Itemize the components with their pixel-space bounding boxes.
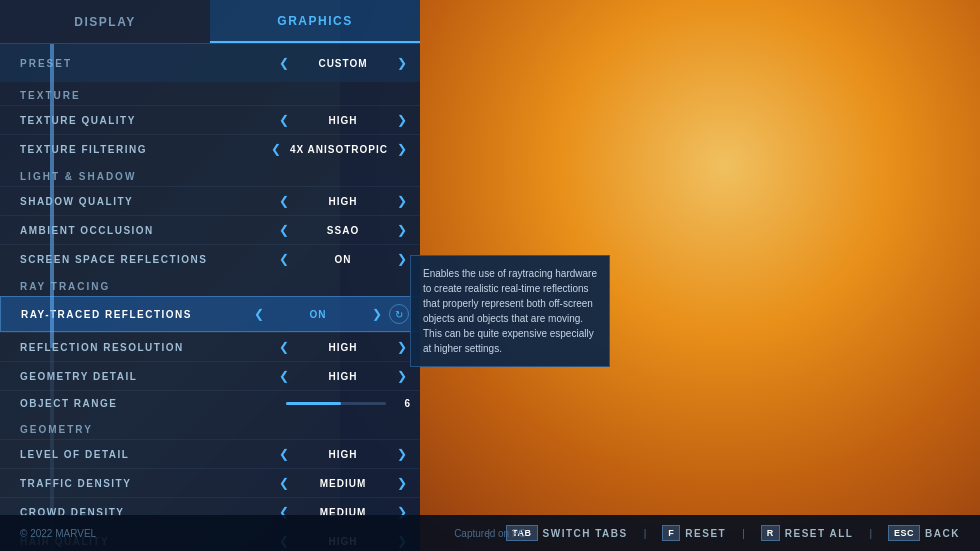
reflection-res-value: HIGH xyxy=(298,342,388,353)
r-key-label: RESET ALL xyxy=(785,528,854,539)
traffic-density-right[interactable]: ❯ xyxy=(394,476,410,490)
reflection-res-control: ❮ HIGH ❯ xyxy=(276,340,410,354)
texture-filtering-value: 4X ANISOTROPIC xyxy=(290,144,388,155)
geometry-detail-control: ❮ HIGH ❯ xyxy=(276,369,410,383)
texture-quality-value: HIGH xyxy=(298,115,388,126)
tab-header: DISPLAY GRAPHICS xyxy=(0,0,420,44)
ambient-occlusion-control: ❮ SSAO ❯ xyxy=(276,223,410,237)
lod-control: ❮ HIGH ❯ xyxy=(276,447,410,461)
texture-quality-right[interactable]: ❯ xyxy=(394,113,410,127)
texture-filtering-control: ❮ 4X ANISOTROPIC ❯ xyxy=(268,142,410,156)
shadow-quality-right[interactable]: ❯ xyxy=(394,194,410,208)
ssr-left[interactable]: ❮ xyxy=(276,252,292,266)
ambient-occlusion-value: SSAO xyxy=(298,225,388,236)
ssr-control: ❮ ON ❯ xyxy=(276,252,410,266)
tab-graphics[interactable]: GRAPHICS xyxy=(210,0,420,43)
f-key-label: RESET xyxy=(685,528,726,539)
setting-level-of-detail: LEVEL OF DETAIL ❮ HIGH ❯ xyxy=(0,439,420,468)
rtr-control: ❮ ON ❯ xyxy=(251,307,385,321)
geometry-detail-left[interactable]: ❮ xyxy=(276,369,292,383)
ssr-right[interactable]: ❯ xyxy=(394,252,410,266)
preset-label: PRESET xyxy=(20,58,276,69)
texture-quality-control: ❮ HIGH ❯ xyxy=(276,113,410,127)
geometry-detail-right[interactable]: ❯ xyxy=(394,369,410,383)
reflection-res-right[interactable]: ❯ xyxy=(394,340,410,354)
object-range-label: OBJECT RANGE xyxy=(20,398,286,409)
geometry-detail-value: HIGH xyxy=(298,371,388,382)
f-key-badge: F xyxy=(662,525,680,541)
preset-row: PRESET ❮ CUSTOM ❯ xyxy=(0,44,420,82)
rtr-refresh-button[interactable]: ↻ xyxy=(389,304,409,324)
tab-key-label: SWITCH TABS xyxy=(543,528,628,539)
setting-traffic-density: TRAFFIC DENSITY ❮ MEDIUM ❯ xyxy=(0,468,420,497)
tab-display[interactable]: DISPLAY xyxy=(0,0,210,43)
setting-texture-filtering: TEXTURE FILTERING ❮ 4X ANISOTROPIC ❯ xyxy=(0,134,420,163)
divider-2: | xyxy=(644,528,647,539)
ambient-occlusion-left[interactable]: ❮ xyxy=(276,223,292,237)
scroll-thumb xyxy=(50,44,54,348)
object-range-slider[interactable] xyxy=(286,402,386,405)
f-shortcut: F RESET xyxy=(662,525,726,541)
preset-value: CUSTOM xyxy=(298,58,388,69)
geometry-detail-label: GEOMETRY DETAIL xyxy=(20,371,276,382)
shadow-quality-control: ❮ HIGH ❯ xyxy=(276,194,410,208)
rtr-value: ON xyxy=(273,309,363,320)
lod-label: LEVEL OF DETAIL xyxy=(20,449,276,460)
lod-value: HIGH xyxy=(298,449,388,460)
tab-graphics-label: GRAPHICS xyxy=(277,14,352,28)
settings-panel: DISPLAY GRAPHICS PRESET ❮ CUSTOM ❯ TEXTU… xyxy=(0,0,420,551)
object-range-value: 6 xyxy=(394,398,410,409)
reflection-res-left[interactable]: ❮ xyxy=(276,340,292,354)
setting-screen-space-reflections: SCREEN SPACE REFLECTIONS ❮ ON ❯ xyxy=(0,244,420,273)
ambient-occlusion-right[interactable]: ❯ xyxy=(394,223,410,237)
lod-right[interactable]: ❯ xyxy=(394,447,410,461)
scroll-indicator xyxy=(50,44,54,551)
setting-ambient-occlusion: AMBIENT OCCLUSION ❮ SSAO ❯ xyxy=(0,215,420,244)
r-key-badge: R xyxy=(761,525,780,541)
settings-content[interactable]: PRESET ❮ CUSTOM ❯ TEXTURE TEXTURE QUALIT… xyxy=(0,44,420,551)
setting-shadow-quality: SHADOW QUALITY ❮ HIGH ❯ xyxy=(0,186,420,215)
ssr-value: ON xyxy=(298,254,388,265)
setting-ray-traced-reflections: RAY-TRACED REFLECTIONS ❮ ON ❯ ↻ xyxy=(0,296,420,332)
divider-3: | xyxy=(742,528,745,539)
ssr-label: SCREEN SPACE REFLECTIONS xyxy=(20,254,276,265)
setting-geometry-detail: GEOMETRY DETAIL ❮ HIGH ❯ xyxy=(0,361,420,390)
divider-4: | xyxy=(869,528,872,539)
tooltip-text: Enables the use of raytracing hardware t… xyxy=(423,268,597,354)
traffic-density-label: TRAFFIC DENSITY xyxy=(20,478,276,489)
texture-quality-left[interactable]: ❮ xyxy=(276,113,292,127)
section-light-shadow: LIGHT & SHADOW xyxy=(0,163,420,186)
bottom-bar: © 2022 MARVEL Captured on PC | TAB SWITC… xyxy=(0,515,980,551)
preset-right-arrow[interactable]: ❯ xyxy=(394,56,410,70)
esc-key-label: BACK xyxy=(925,528,960,539)
tooltip-box: Enables the use of raytracing hardware t… xyxy=(410,255,610,367)
texture-filtering-left[interactable]: ❮ xyxy=(268,142,284,156)
setting-reflection-resolution: REFLECTION RESOLUTION ❮ HIGH ❯ xyxy=(0,332,420,361)
lod-left[interactable]: ❮ xyxy=(276,447,292,461)
shadow-quality-value: HIGH xyxy=(298,196,388,207)
setting-object-range: OBJECT RANGE 6 xyxy=(0,390,420,416)
texture-filtering-right[interactable]: ❯ xyxy=(394,142,410,156)
object-range-fill xyxy=(286,402,341,405)
ambient-occlusion-label: AMBIENT OCCLUSION xyxy=(20,225,276,236)
rtr-right[interactable]: ❯ xyxy=(369,307,385,321)
r-shortcut: R RESET ALL xyxy=(761,525,854,541)
esc-key-badge: ESC xyxy=(888,525,920,541)
esc-shortcut: ESC BACK xyxy=(888,525,960,541)
reflection-res-label: REFLECTION RESOLUTION xyxy=(20,342,276,353)
traffic-density-control: ❮ MEDIUM ❯ xyxy=(276,476,410,490)
copyright-text: © 2022 MARVEL xyxy=(20,528,488,539)
tab-display-label: DISPLAY xyxy=(74,15,135,29)
preset-left-arrow[interactable]: ❮ xyxy=(276,56,292,70)
section-texture: TEXTURE xyxy=(0,82,420,105)
shadow-quality-left[interactable]: ❮ xyxy=(276,194,292,208)
preset-control: ❮ CUSTOM ❯ xyxy=(276,56,410,70)
traffic-density-value: MEDIUM xyxy=(298,478,388,489)
texture-filtering-label: TEXTURE FILTERING xyxy=(20,144,268,155)
shadow-quality-label: SHADOW QUALITY xyxy=(20,196,276,207)
setting-texture-quality: TEXTURE QUALITY ❮ HIGH ❯ xyxy=(0,105,420,134)
rtr-left[interactable]: ❮ xyxy=(251,307,267,321)
traffic-density-left[interactable]: ❮ xyxy=(276,476,292,490)
section-ray-tracing: RAY TRACING xyxy=(0,273,420,296)
section-geometry: GEOMETRY xyxy=(0,416,420,439)
